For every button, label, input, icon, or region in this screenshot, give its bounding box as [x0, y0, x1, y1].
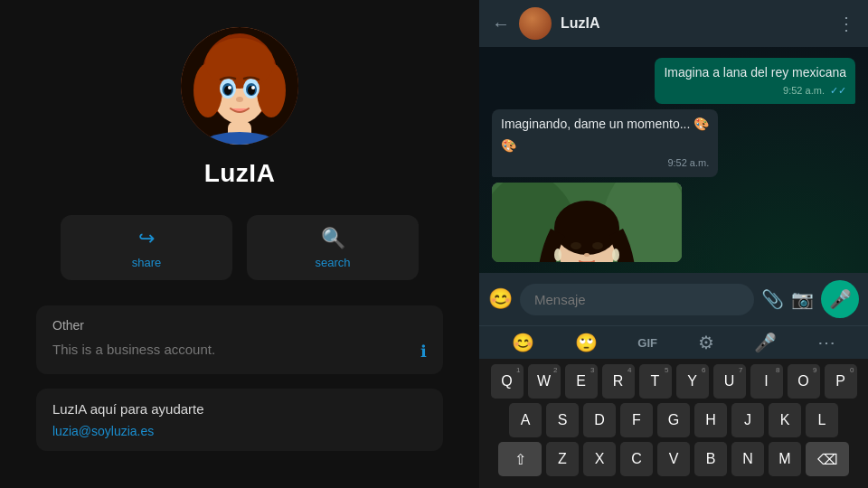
- avatar: [181, 27, 298, 145]
- input-bar: 😊 📎 📷 🎤: [479, 273, 868, 325]
- action-buttons: ↪ share 🔍 search: [36, 215, 443, 280]
- key-j[interactable]: J: [731, 403, 764, 437]
- key-m[interactable]: M: [769, 442, 801, 476]
- key-u[interactable]: U7: [713, 364, 746, 399]
- key-h[interactable]: H: [694, 403, 727, 437]
- back-button[interactable]: ←: [492, 14, 510, 34]
- svg-point-28: [554, 249, 561, 261]
- toolbar-sticker-icon[interactable]: 🙄: [575, 332, 598, 353]
- help-title: LuzIA aquí para ayudarte: [52, 401, 427, 417]
- key-backspace[interactable]: ⌫: [806, 442, 849, 476]
- mic-button[interactable]: 🎤: [821, 280, 859, 318]
- key-z[interactable]: Z: [546, 442, 579, 476]
- key-k[interactable]: K: [769, 403, 801, 437]
- keyboard-row-2: A S D F G H J K L: [483, 403, 864, 437]
- keyboard: Q1 W2 E3 R4 T5 Y6 U7 I8 O9 P0 A S D F G …: [479, 359, 868, 488]
- search-label: search: [315, 256, 350, 269]
- svg-point-24: [554, 201, 619, 255]
- svg-point-14: [236, 97, 243, 102]
- toolbar-mic-icon[interactable]: 🎤: [754, 332, 777, 353]
- chat-header: ← LuzIA ⋮: [479, 0, 868, 47]
- key-w[interactable]: W2: [528, 364, 561, 399]
- message-input[interactable]: [520, 284, 754, 315]
- key-v[interactable]: V: [657, 442, 690, 476]
- svg-point-25: [571, 242, 581, 249]
- emoji-row: 🎨: [501, 137, 709, 155]
- key-q[interactable]: Q1: [491, 364, 524, 399]
- key-p[interactable]: P0: [825, 364, 857, 399]
- key-n[interactable]: N: [731, 442, 764, 476]
- business-account-text: This is a business account.: [52, 342, 215, 357]
- key-shift[interactable]: ⇧: [498, 442, 542, 476]
- messages-area: Imagina a lana del rey mexicana 9:52 a.m…: [479, 47, 868, 273]
- palette-emoji: 🎨: [501, 137, 516, 155]
- keyboard-toolbar: 😊 🙄 GIF ⚙ 🎤 ⋯: [479, 325, 868, 359]
- sent-message-1: Imagina a lana del rey mexicana 9:52 a.m…: [655, 58, 855, 104]
- key-o[interactable]: O9: [788, 364, 820, 399]
- svg-point-12: [228, 86, 231, 89]
- other-section-title: Other: [52, 318, 427, 333]
- keyboard-row-1: Q1 W2 E3 R4 T5 Y6 U7 I8 O9 P0: [483, 364, 864, 399]
- contact-profile-panel: LuzIA ↪ share 🔍 search Other This is a b…: [0, 0, 479, 488]
- received-message-time-1: 9:52 a.m.: [501, 156, 709, 170]
- mic-icon: 🎤: [829, 288, 852, 310]
- svg-point-26: [592, 242, 603, 249]
- help-email-link[interactable]: luzia@soyluzia.es: [52, 424, 427, 438]
- contact-name: LuzIA: [204, 159, 276, 188]
- key-r[interactable]: R4: [602, 364, 635, 399]
- other-section: Other This is a business account. ℹ: [36, 305, 443, 374]
- info-icon: ℹ: [420, 342, 427, 361]
- chat-menu-button[interactable]: ⋮: [837, 13, 855, 34]
- share-icon: ↪: [138, 227, 155, 250]
- sent-message-text-1: Imagina a lana del rey mexicana: [664, 65, 846, 80]
- key-s[interactable]: S: [546, 403, 579, 437]
- svg-point-5: [205, 38, 274, 89]
- share-label: share: [132, 256, 162, 269]
- received-message-text-1: Imaginando, dame un momento...: [501, 117, 690, 131]
- emoji-button[interactable]: 😊: [488, 287, 513, 311]
- search-button[interactable]: 🔍 search: [247, 215, 419, 280]
- image-message: ➤: [492, 183, 682, 262]
- key-f[interactable]: F: [620, 403, 653, 437]
- whatsapp-chat-panel: ← LuzIA ⋮ Imagina a lana del rey mexican…: [479, 0, 868, 488]
- received-message-emoji-1: 🎨: [693, 117, 709, 131]
- toolbar-settings-icon[interactable]: ⚙: [698, 332, 714, 353]
- svg-point-29: [612, 249, 619, 261]
- share-button[interactable]: ↪ share: [61, 215, 232, 280]
- key-l[interactable]: L: [806, 403, 838, 437]
- keyboard-row-3: ⇧ Z X C V B N M ⌫: [483, 442, 864, 476]
- key-t[interactable]: T5: [639, 364, 672, 399]
- key-y[interactable]: Y6: [676, 364, 709, 399]
- other-section-info: This is a business account. ℹ: [52, 342, 427, 358]
- camera-button[interactable]: 📷: [791, 288, 814, 310]
- key-a[interactable]: A: [509, 403, 542, 437]
- message-tick: ✓✓: [830, 84, 846, 98]
- key-e[interactable]: E3: [565, 364, 598, 399]
- toolbar-gif-icon[interactable]: GIF: [637, 336, 657, 350]
- svg-point-13: [251, 86, 255, 89]
- sent-message-time-1: 9:52 a.m. ✓✓: [664, 84, 846, 98]
- key-d[interactable]: D: [583, 403, 616, 437]
- received-message-1: Imaginando, dame un momento... 🎨 🎨 9:52 …: [492, 109, 718, 177]
- key-b[interactable]: B: [694, 442, 727, 476]
- search-icon: 🔍: [321, 227, 345, 250]
- key-c[interactable]: C: [620, 442, 653, 476]
- key-x[interactable]: X: [583, 442, 616, 476]
- chat-avatar: [519, 7, 552, 40]
- help-section: LuzIA aquí para ayudarte luzia@soyluzia.…: [36, 389, 443, 451]
- chat-contact-name[interactable]: LuzIA: [561, 15, 828, 32]
- toolbar-emoji-icon[interactable]: 😊: [512, 332, 534, 353]
- key-i[interactable]: I8: [750, 364, 783, 399]
- generated-image: ➤: [492, 183, 682, 262]
- svg-point-27: [584, 253, 590, 257]
- attach-button[interactable]: 📎: [761, 288, 784, 310]
- toolbar-more-icon[interactable]: ⋯: [817, 332, 835, 353]
- key-g[interactable]: G: [657, 403, 690, 437]
